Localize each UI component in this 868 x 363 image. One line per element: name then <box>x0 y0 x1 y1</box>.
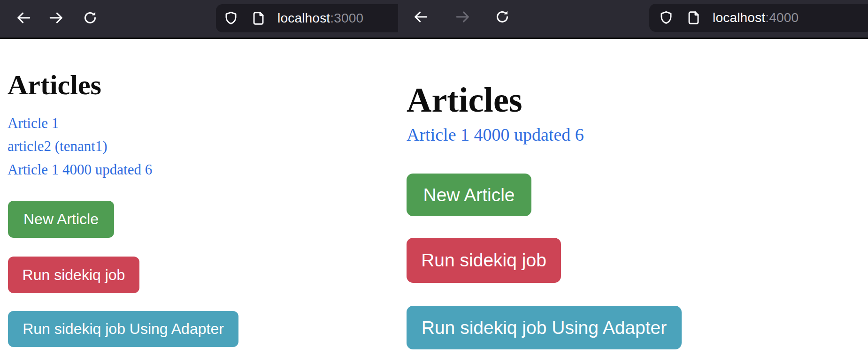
page-title: Articles <box>407 83 522 117</box>
back-icon[interactable] <box>15 10 31 26</box>
refresh-icon[interactable] <box>494 9 510 25</box>
address-bar[interactable]: localhost:3000 <box>216 4 406 32</box>
run-sidekiq-job-adapter-button[interactable]: Run sidekiq job Using Adapter <box>407 306 682 349</box>
address-bar[interactable]: localhost:4000 <box>649 4 868 32</box>
url-port: :3000 <box>330 11 363 25</box>
screen: localhost:3000 localhost:4000 Articles A <box>0 0 868 363</box>
new-article-button[interactable]: New Article <box>407 174 531 216</box>
run-sidekiq-job-button[interactable]: Run sidekiq job <box>8 257 139 293</box>
url-port: :4000 <box>765 10 799 25</box>
shield-icon[interactable] <box>659 10 674 25</box>
article-link-1[interactable]: Article 1 <box>8 116 59 130</box>
page-icon <box>252 11 267 26</box>
browser-toolbar-left: localhost:3000 <box>0 0 398 39</box>
article-link-3[interactable]: Article 1 4000 updated 6 <box>8 162 152 177</box>
forward-icon <box>455 9 471 25</box>
page-title: Articles <box>8 71 101 99</box>
forward-icon[interactable] <box>48 10 64 26</box>
url-text: localhost:4000 <box>713 10 799 25</box>
new-article-button[interactable]: New Article <box>8 201 114 238</box>
run-sidekiq-job-button[interactable]: Run sidekiq job <box>407 238 561 283</box>
run-sidekiq-job-adapter-button[interactable]: Run sidekiq job Using Adapter <box>8 311 238 347</box>
url-host: localhost <box>713 10 765 25</box>
article-link-2[interactable]: article2 (tenant1) <box>8 139 108 153</box>
page-icon <box>687 10 702 25</box>
url-host: localhost <box>277 11 330 25</box>
shield-icon[interactable] <box>223 11 238 26</box>
article-link-1[interactable]: Article 1 4000 updated 6 <box>407 126 584 144</box>
browser-toolbar-right: localhost:4000 <box>398 0 868 39</box>
url-text: localhost:3000 <box>277 11 363 26</box>
back-icon[interactable] <box>413 9 429 25</box>
refresh-icon[interactable] <box>82 10 98 26</box>
